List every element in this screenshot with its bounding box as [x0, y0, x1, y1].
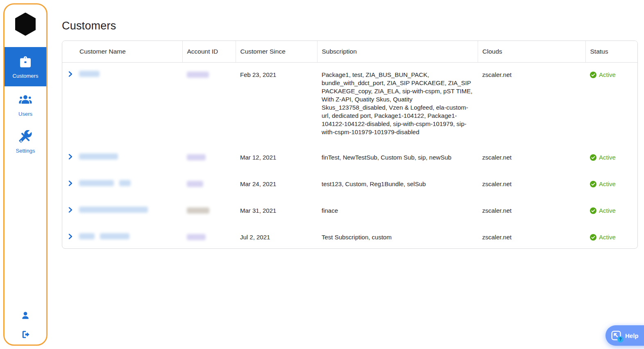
check-circle-icon [590, 207, 596, 214]
status-label: Active [599, 207, 616, 215]
clouds-value: zscaler.net [478, 229, 585, 248]
column-header-clouds: Clouds [478, 41, 585, 62]
sidebar-item-settings[interactable]: Settings [5, 123, 46, 160]
status-label: Active [599, 233, 616, 241]
redacted-customer-name [79, 180, 114, 186]
customers-table-card: Customer Name Account ID Customer Since … [62, 41, 638, 249]
subscription-value: finace [317, 203, 478, 229]
table-row[interactable]: Mar 12, 2021finTest, NewTestSub, Custom … [62, 149, 638, 176]
subscription-value: finTest, NewTestSub, Custom Sub, sip, ne… [317, 149, 478, 176]
table-row[interactable]: Mar 31, 2021finacezscaler.netActive [62, 203, 638, 229]
logout-button[interactable] [20, 329, 31, 340]
chevron-right-icon [67, 71, 74, 77]
clouds-value: zscaler.net [478, 149, 585, 176]
redacted-customer-name [79, 207, 148, 213]
customer-since-value: Mar 12, 2021 [236, 149, 317, 176]
chevron-right-icon [67, 180, 74, 187]
status-label: Active [599, 71, 616, 79]
sidebar-item-customers[interactable]: Customers [5, 47, 46, 86]
subscription-value: Package1, test, ZIA_BUS_BUN_PACK, bundle… [317, 62, 478, 149]
app-logo[interactable] [5, 5, 46, 44]
profile-button[interactable] [20, 311, 31, 321]
redacted-customer-name [79, 233, 95, 239]
expand-row-chevron[interactable] [67, 233, 74, 240]
subscription-value: Test Subscription, custom [317, 229, 478, 248]
clouds-value: zscaler.net [478, 176, 585, 203]
status-badge: Active [590, 180, 616, 188]
table-row[interactable]: Mar 24, 2021test123, Custom, Reg1Bundle,… [62, 176, 638, 203]
column-header-subscription: Subscription [317, 41, 478, 62]
redacted-account-id [187, 72, 209, 78]
redacted-account-id [187, 234, 206, 240]
expand-row-chevron[interactable] [67, 180, 74, 187]
redacted-account-id [187, 207, 209, 214]
check-circle-icon [590, 154, 596, 161]
chevron-right-icon [67, 153, 74, 160]
customers-table: Customer Name Account ID Customer Since … [62, 41, 638, 248]
sidebar-item-label: Customers [13, 73, 39, 79]
redacted-customer-name [79, 71, 100, 77]
clouds-value: zscaler.net [478, 203, 585, 229]
customer-since-value: Mar 24, 2021 [236, 176, 317, 203]
help-icon: ? [611, 330, 621, 341]
expand-row-chevron[interactable] [67, 153, 74, 160]
chevron-right-icon [67, 233, 74, 240]
customer-since-value: Mar 31, 2021 [236, 203, 317, 229]
expand-row-chevron[interactable] [67, 207, 74, 213]
briefcase-icon [18, 55, 32, 69]
redacted-customer-name [100, 233, 129, 239]
users-icon [18, 93, 32, 107]
status-badge: Active [590, 207, 616, 215]
help-label: Help [625, 332, 639, 339]
column-header-customer-since: Customer Since [236, 41, 317, 62]
page-title: Customers [62, 20, 638, 32]
status-badge: Active [590, 153, 616, 162]
chevron-right-icon [67, 207, 74, 213]
main-content: Customers Customer Name Account ID Custo… [62, 0, 638, 249]
redacted-customer-name [119, 180, 131, 186]
sidebar-footer [5, 311, 46, 344]
table-row[interactable]: Feb 23, 2021Package1, test, ZIA_BUS_BUN_… [62, 62, 638, 149]
user-icon [20, 311, 31, 321]
customer-since-value: Jul 2, 2021 [236, 229, 317, 248]
column-header-status: Status [585, 41, 638, 62]
sidebar-item-users[interactable]: Users [5, 86, 46, 123]
check-circle-icon [590, 181, 596, 187]
table-row[interactable]: Jul 2, 2021Test Subscription, customzsca… [62, 229, 638, 248]
expand-row-chevron[interactable] [67, 71, 74, 77]
redacted-account-id [187, 154, 206, 160]
sidebar-item-label: Users [18, 111, 32, 117]
status-label: Active [599, 180, 616, 188]
clouds-value: zscaler.net [478, 62, 585, 149]
question-badge-icon: ? [617, 336, 624, 342]
column-header-account-id: Account ID [182, 41, 236, 62]
redacted-customer-name [79, 153, 118, 160]
tools-icon [18, 130, 32, 144]
sidebar-item-label: Settings [16, 148, 35, 154]
customer-since-value: Feb 23, 2021 [236, 62, 317, 149]
status-badge: Active [590, 233, 616, 241]
logout-icon [20, 329, 31, 340]
check-circle-icon [590, 72, 596, 78]
help-button[interactable]: ? Help [605, 325, 644, 346]
sidebar: Customers Users Settings [3, 3, 48, 346]
check-circle-icon [590, 234, 596, 241]
status-label: Active [599, 153, 616, 162]
status-badge: Active [590, 71, 616, 79]
table-header-row: Customer Name Account ID Customer Since … [62, 41, 638, 62]
subscription-value: test123, Custom, Reg1Bundle, selSub [317, 176, 478, 203]
hexagon-logo-icon [15, 13, 36, 36]
column-header-customer-name: Customer Name [62, 41, 182, 62]
redacted-account-id [187, 181, 203, 187]
